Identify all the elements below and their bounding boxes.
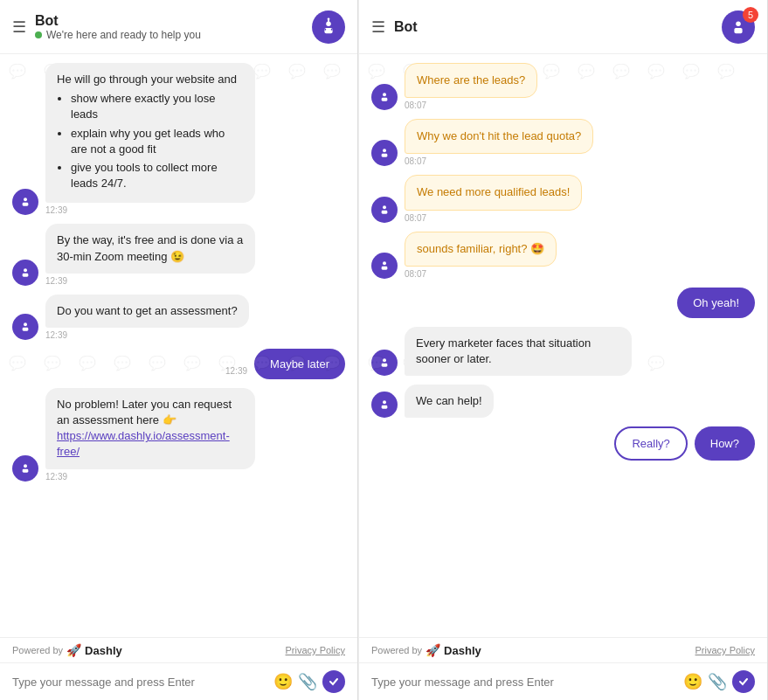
message-time: 08:07 [405, 100, 537, 110]
message-time: 12:39 [225, 366, 247, 376]
message-time: 12:39 [45, 472, 255, 482]
left-chat-header: ☰ Bot We're here and ready to help you [0, 0, 357, 54]
svg-rect-11 [23, 328, 29, 331]
table-row: Where are the leads? 08:07 [371, 63, 755, 110]
right-chat-footer: Powered by 🚀 Dashly Privacy Policy 🙂 📎 [359, 637, 767, 700]
svg-rect-25 [382, 364, 388, 367]
table-row: Why we don't hit the lead quota? 08:07 [371, 119, 755, 166]
bot-bubble: Do you want to get an assessment? [45, 295, 249, 328]
message-block: sounds familiar, right? 🤩 08:07 [405, 232, 557, 279]
svg-point-5 [328, 17, 330, 20]
left-status-text: We're here and ready to help you [46, 29, 201, 41]
message-time: 12:39 [45, 205, 255, 215]
right-bot-name: Bot [394, 19, 713, 35]
right-input-icons: 🙂 📎 [683, 670, 755, 693]
reply-buttons-row: Really? How? [371, 426, 755, 461]
list-item: give you tools to collect more leads 24/… [71, 160, 244, 191]
message-time: 12:39 [45, 330, 249, 340]
table-row: No problem! Later you can request an ass… [12, 388, 345, 482]
privacy-policy-link[interactable]: Privacy Policy [286, 645, 345, 655]
bot-avatar [12, 455, 38, 482]
bot-avatar [371, 350, 398, 376]
right-brand-name: Dashly [444, 644, 481, 657]
send-button[interactable] [322, 670, 345, 693]
notification-badge: 5 [743, 7, 758, 23]
msg-text: sounds familiar, right? 🤩 [417, 242, 544, 255]
table-row: sounds familiar, right? 🤩 08:07 [371, 232, 755, 279]
message-block: No problem! Later you can request an ass… [45, 388, 255, 482]
powered-by-bar: Powered by 🚀 Dashly Privacy Policy [0, 638, 357, 662]
message-block: He will go through your website and show… [45, 63, 255, 215]
right-chat-window: ☰ Bot 5 💬💬💬💬💬 💬💬💬💬💬 💬💬💬💬💬 [358, 0, 768, 700]
message-time: 12:39 [45, 276, 255, 286]
svg-rect-1 [324, 27, 332, 32]
msg-text: Do you want to get an assessment? [57, 304, 238, 317]
msg-text: Every marketer faces that situation soon… [416, 336, 591, 365]
svg-point-10 [24, 322, 27, 326]
bot-bubble: Where are the leads? [405, 63, 537, 98]
svg-rect-23 [382, 266, 388, 269]
svg-point-14 [736, 21, 741, 25]
list-item: show where exactly you lose leads [71, 91, 244, 122]
attachment-icon[interactable]: 📎 [298, 672, 317, 691]
left-avatar-wrap [312, 10, 345, 44]
message-block: We need more qualified leads! 08:07 [405, 175, 582, 222]
hamburger-icon[interactable]: ☰ [12, 17, 26, 37]
emoji-icon[interactable]: 🙂 [273, 672, 293, 691]
message-block: Where are the leads? 08:07 [405, 63, 537, 110]
msg-text: Why we don't hit the lead quota? [417, 129, 581, 142]
left-bot-name: Bot [35, 13, 303, 29]
oh-yeah-button[interactable]: Oh yeah! [677, 288, 755, 318]
table-row: We need more qualified leads! 08:07 [371, 175, 755, 222]
svg-rect-19 [382, 154, 388, 157]
message-block: By the way, it's free and is done via a … [45, 224, 255, 285]
right-powered-by-text: Powered by [371, 645, 422, 655]
left-chat-body: 💬💬💬💬💬 💬💬💬💬💬 💬💬💬💬💬 💬💬💬💬💬 He will go t [0, 54, 357, 637]
right-avatar-wrap: 5 [722, 10, 755, 44]
right-message-input[interactable] [371, 676, 676, 689]
how-button[interactable]: How? [695, 426, 755, 461]
right-dashly-logo-icon: 🚀 [426, 643, 440, 657]
right-chat-body: 💬💬💬💬💬 💬💬💬💬💬 💬💬💬💬💬 💬💬💬💬💬 Where are th [359, 54, 767, 637]
bot-avatar [12, 189, 38, 215]
svg-rect-17 [382, 98, 388, 101]
svg-point-12 [24, 464, 27, 468]
msg-text: Where are the leads? [417, 73, 525, 87]
right-attachment-icon[interactable]: 📎 [708, 672, 727, 691]
message-block: Why we don't hit the lead quota? 08:07 [405, 119, 593, 166]
right-powered-by-logo: Powered by 🚀 Dashly [371, 643, 481, 657]
really-button[interactable]: Really? [614, 426, 687, 461]
user-message-row: Oh yeah! [371, 288, 755, 318]
bot-avatar [371, 84, 398, 110]
svg-rect-9 [23, 273, 29, 276]
svg-point-3 [331, 28, 333, 30]
bot-avatar [12, 260, 38, 286]
message-time: 08:07 [405, 156, 593, 166]
left-chat-footer: Powered by 🚀 Dashly Privacy Policy 🙂 📎 [0, 637, 357, 700]
svg-point-18 [383, 149, 386, 153]
bot-bubble: Every marketer faces that situation soon… [405, 327, 632, 376]
right-hamburger-icon[interactable]: ☰ [371, 17, 385, 37]
right-header-info: Bot [394, 19, 713, 35]
right-emoji-icon[interactable]: 🙂 [683, 672, 702, 691]
message-input[interactable] [12, 676, 266, 689]
bot-bubble: We can help! [405, 385, 494, 418]
table-row: By the way, it's free and is done via a … [12, 224, 345, 285]
right-send-button[interactable] [732, 670, 755, 693]
bot-avatar [371, 197, 398, 223]
powered-by-text: Powered by [12, 645, 63, 655]
right-privacy-policy-link[interactable]: Privacy Policy [695, 645, 755, 655]
assessment-link[interactable]: https://www.dashly.io/assessment-free/ [57, 429, 230, 458]
svg-rect-13 [23, 468, 29, 472]
input-bar: 🙂 📎 [0, 662, 357, 700]
right-powered-by-bar: Powered by 🚀 Dashly Privacy Policy [359, 638, 767, 662]
message-time: 08:07 [405, 213, 582, 223]
message-block: Do you want to get an assessment? 12:39 [45, 295, 249, 340]
bot-bubble: sounds familiar, right? 🤩 [405, 232, 557, 267]
msg-text: We can help! [416, 394, 482, 407]
bot-avatar [12, 314, 38, 340]
maybe-later-button[interactable]: Maybe later [254, 349, 345, 379]
svg-rect-27 [382, 405, 388, 409]
table-row: He will go through your website and show… [12, 63, 345, 215]
msg-text: He will go through your website and [57, 73, 237, 86]
